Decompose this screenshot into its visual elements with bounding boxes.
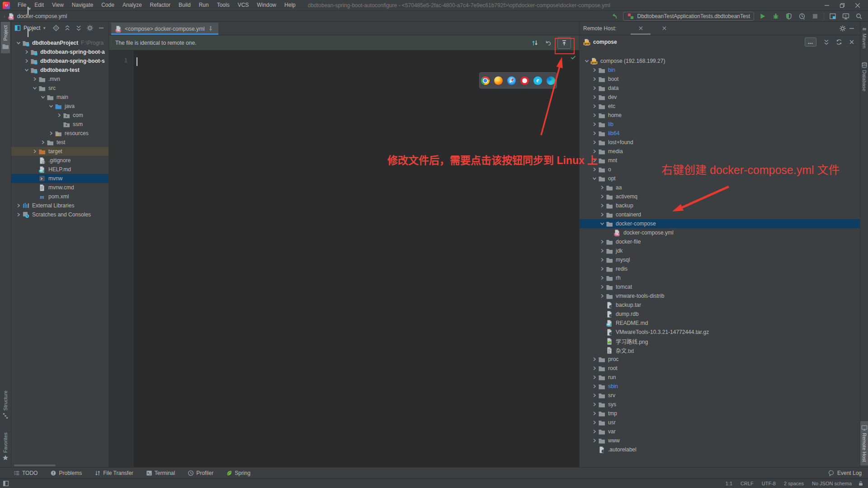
- chevron-collapsed-icon[interactable]: [591, 365, 598, 372]
- tree-item-www[interactable]: www: [580, 436, 860, 445]
- chevron-expanded-icon[interactable]: [583, 57, 590, 65]
- tree-item-run[interactable]: run: [580, 373, 860, 382]
- menu-vcs[interactable]: VCS: [234, 0, 253, 10]
- chevron-collapsed-icon[interactable]: [591, 374, 598, 381]
- menu-tools[interactable]: Tools: [213, 0, 234, 10]
- chevron-expanded-icon[interactable]: [47, 103, 55, 110]
- tree-item--mvn[interactable]: .mvn: [11, 75, 108, 84]
- chevron-collapsed-icon[interactable]: [591, 157, 598, 164]
- tree-item-docker-compose[interactable]: docker-compose: [580, 219, 860, 228]
- tree-item-activemq[interactable]: activemq: [580, 192, 860, 201]
- tree-item-docker-compose-yml[interactable]: YMLdocker-compose.yml: [580, 228, 860, 237]
- run-configuration-select[interactable]: DbdtobeanTestApplicationTests.dbdtobeanT…: [623, 12, 754, 21]
- horizontal-scrollbar[interactable]: [14, 465, 56, 466]
- settings-gear-icon[interactable]: [838, 24, 847, 33]
- remote-tab-2[interactable]: [652, 22, 676, 35]
- minimize-button[interactable]: [819, 0, 835, 10]
- chevron-collapsed-icon[interactable]: [23, 48, 30, 56]
- tree-item--gitignore[interactable]: .gitignore: [11, 156, 108, 165]
- tree-item-o[interactable]: o: [580, 165, 860, 174]
- chevron-collapsed-icon[interactable]: [591, 419, 598, 426]
- chevron-collapsed-icon[interactable]: [599, 247, 606, 254]
- tree-item-lib64[interactable]: lib64: [580, 129, 860, 138]
- chevron-collapsed-icon[interactable]: [31, 75, 38, 83]
- menu-navigate[interactable]: Navigate: [68, 0, 97, 10]
- menu-build[interactable]: Build: [175, 0, 195, 10]
- chevron-collapsed-icon[interactable]: [591, 94, 598, 101]
- remote-tab-1[interactable]: [629, 22, 652, 35]
- refresh-button[interactable]: [835, 38, 844, 47]
- tree-item-vmware-tools-distrib[interactable]: vmware-tools-distrib: [580, 291, 860, 300]
- tree-item-docker-file[interactable]: docker-file: [580, 237, 860, 246]
- chrome-browser-icon[interactable]: [481, 76, 490, 85]
- tree-item-compose-192-168-199-27-[interactable]: SFTPcompose (192.168.199.27): [580, 56, 860, 66]
- chevron-collapsed-icon[interactable]: [599, 202, 606, 209]
- chevron-collapsed-icon[interactable]: [591, 112, 598, 119]
- editor-tab[interactable]: YML <compose> docker-compose.yml: [111, 23, 218, 35]
- toolwindow-button-profiler[interactable]: Profiler: [188, 470, 213, 476]
- chevron-collapsed-icon[interactable]: [591, 130, 598, 137]
- tree-item-tmp[interactable]: tmp: [580, 409, 860, 418]
- tree-item-jdk[interactable]: jdk: [580, 246, 860, 255]
- hide-panel-button[interactable]: [847, 24, 856, 33]
- toolwindow-button-problems[interactable]: Problems: [50, 470, 82, 476]
- chevron-expanded-icon[interactable]: [23, 66, 30, 74]
- chevron-expanded-icon[interactable]: [31, 84, 38, 92]
- chevron-collapsed-icon[interactable]: [599, 193, 606, 200]
- tree-item-scratches-and-consoles[interactable]: Scratches and Consoles: [11, 210, 108, 219]
- tree-item-containerd[interactable]: containerd: [580, 210, 860, 219]
- undo-icon[interactable]: [544, 38, 553, 47]
- toolwindow-button-spring[interactable]: Spring: [226, 470, 250, 476]
- upload-to-remote-button[interactable]: [557, 37, 571, 49]
- tree-item-dev[interactable]: dev: [580, 93, 860, 102]
- tree-item-lost-found[interactable]: lost+found: [580, 138, 860, 147]
- tree-item-main[interactable]: main: [11, 93, 108, 102]
- menu-edit[interactable]: Edit: [30, 0, 48, 10]
- locate-file-button[interactable]: [52, 23, 60, 33]
- chevron-collapsed-icon[interactable]: [39, 139, 47, 146]
- toolwindow-switcher-icon[interactable]: [3, 480, 9, 487]
- status-item-2-spaces[interactable]: 2 spaces: [784, 481, 804, 486]
- toolwindow-button-database[interactable]: Database: [860, 58, 868, 95]
- status-item-crlf[interactable]: CRLF: [741, 481, 754, 486]
- status-item-utf-8[interactable]: UTF-8: [762, 481, 776, 486]
- collapse-all-button[interactable]: [822, 38, 831, 47]
- toolwindow-button-todo[interactable]: TODO: [14, 470, 38, 476]
- run-button[interactable]: [758, 12, 767, 21]
- tree-item-target[interactable]: target: [11, 147, 108, 156]
- chevron-collapsed-icon[interactable]: [599, 292, 606, 300]
- tree-item-data[interactable]: data: [580, 84, 860, 93]
- tree-item-ssm[interactable]: ssm: [11, 120, 108, 129]
- chevron-collapsed-icon[interactable]: [599, 265, 606, 272]
- chevron-collapsed-icon[interactable]: [591, 103, 598, 110]
- status-item-1-1[interactable]: 1:1: [726, 481, 732, 486]
- tree-item-help-md[interactable]: MDHELP.md: [11, 165, 108, 174]
- tree-item-backup-tar[interactable]: ?backup.tar: [580, 300, 860, 310]
- tree-item-redis[interactable]: redis: [580, 264, 860, 273]
- chevron-collapsed-icon[interactable]: [15, 211, 22, 218]
- tree-item-mnt[interactable]: mnt: [580, 156, 860, 165]
- chevron-expanded-icon[interactable]: [39, 94, 47, 101]
- tree-item-pom-xml[interactable]: mpom.xml: [11, 192, 108, 201]
- tree-item-usr[interactable]: usr: [580, 418, 860, 427]
- breadcrumb[interactable]: › YML docker-compose.yml: [0, 13, 67, 20]
- chevron-collapsed-icon[interactable]: [31, 148, 38, 155]
- chevron-collapsed-icon[interactable]: [591, 84, 598, 92]
- toolwindow-button-project[interactable]: Project: [1, 22, 10, 53]
- tree-item-readme-md[interactable]: MDREADME.md: [580, 319, 860, 328]
- inspections-ok-icon[interactable]: [570, 54, 576, 61]
- edge-browser-icon[interactable]: [547, 76, 555, 85]
- tree-item-srv[interactable]: srv: [580, 391, 860, 400]
- tree-item-etc[interactable]: etc: [580, 102, 860, 111]
- tree-item-java[interactable]: java: [11, 102, 108, 111]
- chevron-collapsed-icon[interactable]: [599, 238, 606, 245]
- more-options-button[interactable]: …: [805, 38, 816, 47]
- coverage-button[interactable]: [784, 12, 793, 21]
- sync-compare-icon[interactable]: [530, 38, 539, 47]
- tree-item-var[interactable]: var: [580, 427, 860, 436]
- tree-item-dbdtobean-test[interactable]: dbdtobean-test: [11, 66, 108, 75]
- firefox-browser-icon[interactable]: [494, 76, 503, 85]
- back-arrow-icon[interactable]: [610, 12, 619, 21]
- tree-item-opt[interactable]: opt: [580, 174, 860, 183]
- expand-all-button[interactable]: [63, 23, 71, 33]
